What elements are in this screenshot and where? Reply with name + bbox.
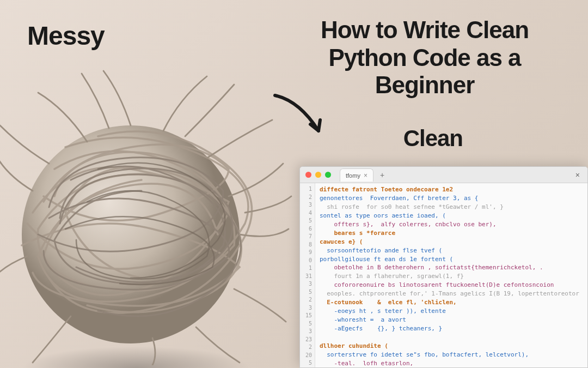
close-dot[interactable] xyxy=(305,172,311,178)
editor-body: 123456789013135231553232205 diffecte fat… xyxy=(300,183,587,367)
window-titlebar: tfomy × + × xyxy=(300,167,587,183)
traffic-lights xyxy=(305,172,331,178)
tab-close-icon[interactable]: × xyxy=(364,172,367,179)
code-editor-window: tfomy × + × 123456789013135231553232205 … xyxy=(299,166,588,368)
page-headline: How to Write Clean Python Code as a Begi… xyxy=(289,16,561,99)
tab-title: tfomy xyxy=(346,172,360,179)
clean-label: Clean xyxy=(403,125,463,152)
tangled-ball-illustration xyxy=(0,60,294,365)
messy-label: Messy xyxy=(27,21,105,51)
editor-tab[interactable]: tfomy × xyxy=(340,168,373,182)
new-tab-icon[interactable]: + xyxy=(380,171,384,179)
line-number-gutter: 123456789013135231553232205 xyxy=(300,183,315,367)
code-content[interactable]: diffecte fatront Toeteo ondecoare 1e2 ge… xyxy=(315,183,587,367)
minimize-dot[interactable] xyxy=(315,172,321,178)
maximize-dot[interactable] xyxy=(325,172,331,178)
window-close-icon[interactable]: × xyxy=(573,171,582,179)
